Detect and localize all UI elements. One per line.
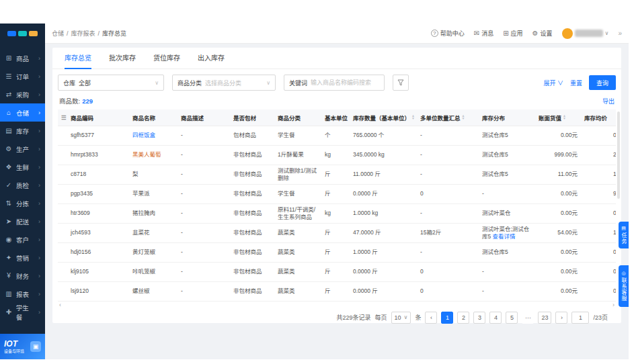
fresh-icon: ❖ [5, 163, 13, 171]
page-button[interactable]: 5 [506, 312, 518, 324]
keyword-search[interactable]: 关键词 [284, 75, 385, 91]
cell-multi: - [417, 203, 479, 223]
cell-name[interactable]: 黑美人葡萄 [129, 145, 177, 165]
settings-button[interactable]: ⚙ 设置 [532, 29, 553, 38]
sort-icon[interactable]: ▲▼ [462, 114, 465, 120]
export-link[interactable]: 导出 [602, 97, 615, 105]
sidebar-item-fresh[interactable]: ❖ 生鲜 › [0, 158, 45, 176]
page-button[interactable]: 3 [473, 312, 485, 324]
tab-in-out-inventory[interactable]: 出入库存 [198, 48, 225, 69]
reset-button[interactable]: 重置 [570, 79, 582, 87]
cell-value: 11.00元 [535, 165, 581, 184]
tab-inventory-overview[interactable]: 库存总览 [65, 48, 91, 69]
cell-desc: - [177, 242, 230, 262]
col-avg: 库存均价 [581, 109, 616, 126]
sort-icon[interactable]: ▲▼ [563, 114, 566, 120]
breadcrumb-item[interactable]: 仓储 [52, 29, 64, 38]
cell-category: 学生餐 [274, 184, 321, 203]
user-menu[interactable]: ∨ [562, 28, 609, 39]
page-button[interactable]: 1 [441, 312, 453, 324]
chevron-right-icon: › [38, 273, 40, 279]
page-button[interactable]: 23 [538, 312, 551, 324]
filter-funnel-button[interactable] [393, 75, 409, 91]
cell-code: sgfh5377 [67, 126, 129, 145]
finance-icon: ¥ [5, 272, 13, 279]
goods-icon: ⊞ [5, 54, 13, 62]
chevron-right-icon: › [38, 91, 40, 98]
sidebar-item-delivery[interactable]: ➤ 配送 › [0, 212, 45, 230]
page-jump-input[interactable]: 1 [571, 312, 589, 324]
avatar [562, 28, 573, 39]
page-button[interactable]: 4 [489, 312, 502, 324]
col-multi: 多单位数量汇总▲▼ [417, 109, 479, 126]
sidebar-item-goods[interactable]: ⊞ 商品 › [0, 49, 45, 67]
cell-desc: - [177, 203, 230, 223]
page-button[interactable]: 2 [457, 312, 469, 324]
sidebar-item-finance[interactable]: ¥ 财务 › [0, 267, 45, 285]
column-settings-icon[interactable]: ☰ [58, 109, 67, 126]
sidebar-item-purchase[interactable]: ⇄ 采购 › [0, 85, 45, 103]
keyword-input[interactable] [311, 79, 372, 86]
contact-service-widget[interactable]: ◎ 联系客服 [619, 265, 629, 307]
task-widget[interactable]: ▤ 任务 [619, 222, 629, 248]
cell-code: pgp3435 [67, 184, 129, 203]
cell-pack: 非包材商品 [230, 203, 274, 223]
help-icon: ? [431, 30, 438, 37]
apps-button[interactable]: ⊞ 应用 [503, 29, 522, 38]
category-select[interactable]: 商品分类 选择商品分类 ∨ [172, 75, 276, 91]
cell-name: 苹果派 [129, 184, 177, 203]
next-page-button[interactable]: › [555, 312, 567, 324]
sidebar-item-qc[interactable]: ✓ 质检 › [0, 176, 45, 194]
breadcrumb-item[interactable]: 库存报表 [71, 29, 95, 38]
cell-code: lsj9120 [67, 281, 129, 301]
col-qty: 库存数量（基本单位）▲▼ [350, 109, 417, 126]
cell-avg: 2.90元 [581, 145, 616, 165]
scroll-right-arrow[interactable]: › [612, 302, 615, 308]
page-ellipsis[interactable]: ··· [522, 312, 534, 324]
sidebar-item-production[interactable]: ⚙ 生产 › [0, 140, 45, 158]
expand-filters-link[interactable]: 展开 ∨ [543, 79, 563, 87]
warehouse-icon: ⌂ [5, 109, 13, 116]
cell-qty: 47.0000 斤 [350, 223, 417, 242]
chevron-right-icon: › [38, 164, 40, 171]
cell-qty: 1.0000 斤 [350, 242, 417, 262]
cell-code: htr3609 [67, 203, 129, 223]
cell-category: 蔬菜类 [274, 223, 321, 242]
sidebar-item-reports[interactable]: ▥ 报表 › [0, 285, 45, 303]
search-button[interactable]: 查询 [589, 75, 616, 90]
col-dist: 库存分布 [479, 109, 535, 126]
page-size-select[interactable]: 10 ∨ [391, 312, 411, 324]
sidebar-item-warehouse[interactable]: ⌂ 仓储 › [0, 103, 45, 122]
cell-dist: 测试叶菜仓;测试仓库5 查看详情 [479, 223, 535, 242]
cell-unit: 斤 [321, 281, 350, 301]
horizontal-scrollbar: ‹ › [52, 302, 621, 308]
cell-dist: 测试仓库5 [479, 242, 535, 262]
prev-page-button[interactable]: ‹ [425, 312, 437, 324]
view-detail-link[interactable]: 查看详情 [493, 233, 516, 240]
table-row: lsj9120 螺丝椒 - 非包材商品 蔬菜类 斤 0.0000 斤 0 - 0… [58, 281, 616, 301]
sidebar-item-sorting[interactable]: ⇅ 分拣 › [0, 194, 45, 212]
cell-category: 1斤酥葡果 [274, 145, 321, 165]
warehouse-select[interactable]: 仓库 全部 ∨ [58, 75, 164, 91]
inventory-table: ☰ 商品编码 商品名称 商品描述 是否包材 商品分类 基本单位 库存数量（基本单… [58, 109, 616, 302]
sidebar-item-customers[interactable]: ◉ 客户 › [0, 230, 45, 248]
table-row: klj9105 咔叽笼椒 - 非包材商品 蔬菜类 斤 0.0000 斤 0 - … [58, 262, 616, 281]
student-meal-icon: ✚ [5, 308, 13, 316]
help-center-button[interactable]: ? 帮助中心 [431, 29, 465, 38]
collapse-icon[interactable]: » [618, 30, 622, 37]
cell-dist: 测试仓库5 [479, 145, 535, 165]
sort-icon[interactable]: ▲▼ [411, 114, 415, 120]
tab-location-inventory[interactable]: 货位库存 [153, 48, 180, 69]
sidebar-item-inventory[interactable]: ▤ 库存 › [0, 122, 45, 140]
vertical-scrollbar[interactable] [617, 111, 620, 199]
cell-name[interactable]: 四框饭盒 [129, 126, 177, 145]
chat-bubble-icon: ▣ [30, 341, 41, 352]
scroll-left-arrow[interactable]: ‹ [59, 302, 61, 308]
sidebar-item-student-meal[interactable]: ✚ 学生餐 › [0, 303, 45, 321]
tab-batch-inventory[interactable]: 批次库存 [109, 48, 136, 69]
messages-button[interactable]: ✉ 消息 [474, 29, 493, 38]
sidebar-item-orders[interactable]: ☰ 订单 › [0, 67, 45, 85]
chevron-right-icon: › [38, 255, 40, 261]
sidebar-item-marketing[interactable]: ✦ 营销 › [0, 248, 45, 267]
chevron-right-icon: › [38, 109, 40, 116]
